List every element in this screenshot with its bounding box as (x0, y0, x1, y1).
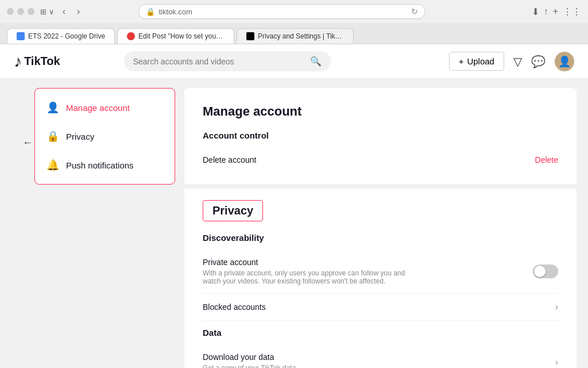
tab-gdrive[interactable]: ETS 2022 - Google Drive (7, 28, 115, 44)
bell-icon: 🔔 (47, 159, 59, 171)
lock-icon: 🔒 (47, 130, 59, 143)
content-area: Manage account Account control Delete ac… (184, 88, 577, 368)
avatar[interactable]: 👤 (555, 52, 574, 71)
upload-label: Upload (467, 56, 494, 66)
section-divider-1 (184, 184, 577, 189)
nav-forward-button[interactable]: › (74, 5, 83, 18)
tiktok-header: ♪ TikTok 🔍 + Upload ▽ 💬 👤 (0, 44, 588, 79)
share-icon[interactable]: ↑ (544, 6, 548, 17)
window-control-minimize[interactable] (17, 8, 24, 15)
privacy-section: Privacy Discoverability Private account … (203, 200, 558, 368)
window-control-maximize[interactable] (28, 8, 34, 15)
message-icon-button[interactable]: 💬 (531, 55, 546, 68)
tiktok-logo[interactable]: ♪ TikTok (14, 52, 60, 71)
tiktok-logo-icon: ♪ (14, 52, 22, 71)
blocked-accounts-label: Blocked accounts (203, 302, 266, 312)
blocked-accounts-row[interactable]: Blocked accounts › (203, 294, 558, 321)
sidebar-item-privacy-label: Privacy (66, 132, 94, 141)
delete-account-row: Delete account Delete (203, 147, 558, 172)
manage-account-title: Manage account (203, 104, 558, 119)
sidebar: 👤 Manage account 🔒 Privacy 🔔 Push notifi… (34, 88, 175, 185)
delete-account-link[interactable]: Delete (535, 155, 558, 164)
window-control-close[interactable] (7, 8, 14, 15)
toggle-knob (534, 266, 546, 277)
download-data-row[interactable]: Download your data Get a copy of your Ti… (203, 344, 558, 368)
chevron-right-icon: › (555, 302, 558, 312)
tab-tiktok[interactable]: Privacy and Settings | TikTok (237, 28, 354, 44)
sidebar-item-push-notifications[interactable]: 🔔 Push notifications (35, 151, 175, 179)
browser-chrome: ⊞ ∨ ‹ › 🔒 tiktok.com ↻ ⬇ ↑ + ⋮⋮ ETS 2022… (0, 0, 588, 44)
tab-tiktok-label: Privacy and Settings | TikTok (258, 32, 344, 40)
tab-snaptik[interactable]: Edit Post "How to set your account... (117, 28, 234, 44)
snaptik-icon (127, 32, 135, 40)
sidebar-item-push-notifications-label: Push notifications (66, 160, 134, 170)
sidebar-item-manage-account[interactable]: 👤 Manage account (35, 93, 175, 122)
main-layout: 👤 Manage account 🔒 Privacy 🔔 Push notifi… (0, 79, 588, 368)
filter-icon-button[interactable]: ▽ (513, 55, 522, 68)
search-icon: 🔍 (310, 56, 322, 67)
refresh-icon[interactable]: ↻ (411, 7, 418, 16)
nav-back-button[interactable]: ‹ (59, 5, 69, 18)
tiktok-tab-icon (246, 32, 254, 40)
data-heading: Data (203, 328, 558, 338)
search-input[interactable] (133, 57, 305, 66)
tabs-bar: ETS 2022 - Google Drive Edit Post "How t… (0, 23, 588, 44)
sidebar-item-privacy[interactable]: 🔒 Privacy (35, 122, 175, 151)
person-icon: 👤 (47, 101, 59, 114)
download-data-label: Download your data (203, 352, 296, 362)
window-menu[interactable]: ⊞ ∨ (40, 7, 55, 16)
private-account-label: Private account (203, 258, 421, 267)
upload-button[interactable]: + Upload (449, 52, 504, 71)
header-actions: + Upload ▽ 💬 👤 (449, 52, 574, 71)
address-bar[interactable]: 🔒 tiktok.com ↻ (138, 4, 425, 19)
private-account-toggle[interactable] (533, 264, 558, 278)
upload-plus-icon: + (459, 56, 464, 66)
lock-icon: 🔒 (146, 7, 155, 16)
title-bar: ⊞ ∨ ‹ › 🔒 tiktok.com ↻ ⬇ ↑ + ⋮⋮ (0, 0, 588, 23)
back-button[interactable]: ← (18, 133, 37, 152)
download-data-description: Get a copy of your TikTok data (203, 364, 296, 368)
browser-actions: ⬇ ↑ + ⋮⋮ (532, 6, 581, 17)
tab-gdrive-label: ETS 2022 - Google Drive (28, 32, 105, 40)
delete-account-label: Delete account (203, 155, 256, 164)
manage-account-section: Manage account Account control Delete ac… (203, 104, 558, 172)
new-tab-icon[interactable]: + (553, 6, 558, 17)
window-controls: ⊞ ∨ (7, 7, 55, 16)
gdrive-icon (17, 32, 25, 40)
download-data-info: Download your data Get a copy of your Ti… (203, 352, 296, 368)
download-icon[interactable]: ⬇ (532, 6, 539, 17)
account-control-heading: Account control (203, 131, 558, 140)
privacy-heading: Privacy (203, 200, 263, 221)
data-section: Data Download your data Get a copy of yo… (203, 328, 558, 368)
private-account-row: Private account With a private account, … (203, 250, 558, 294)
tab-snaptik-label: Edit Post "How to set your account... (138, 32, 225, 40)
sidebar-item-manage-account-label: Manage account (66, 103, 130, 113)
private-account-description: With a private account, only users you a… (203, 269, 421, 285)
tiktok-logo-text: TikTok (24, 55, 60, 68)
private-account-info: Private account With a private account, … (203, 258, 421, 285)
discoverability-heading: Discoverability (203, 233, 558, 243)
grid-icon[interactable]: ⋮⋮ (563, 6, 581, 17)
address-text: tiktok.com (158, 7, 192, 16)
search-bar[interactable]: 🔍 (124, 51, 331, 71)
download-chevron-icon: › (555, 357, 558, 367)
